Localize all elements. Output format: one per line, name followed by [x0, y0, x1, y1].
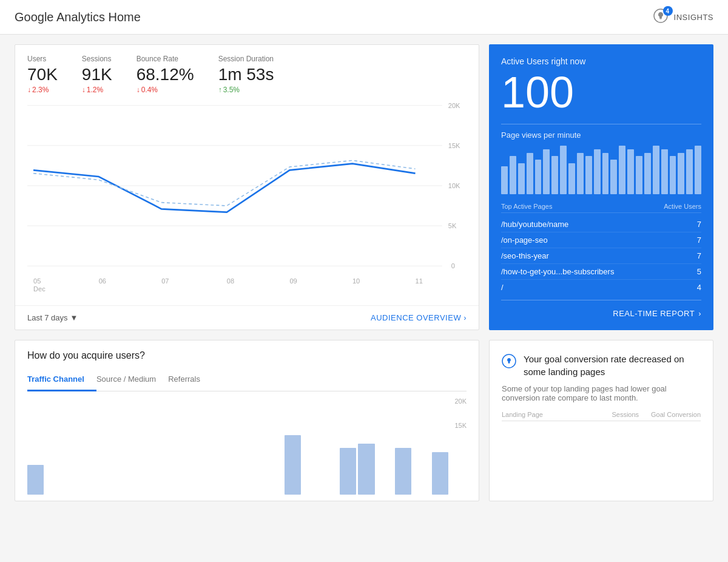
tab-traffic-channel[interactable]: Traffic Channel [27, 368, 96, 391]
insights-button[interactable]: 4 INSIGHTS [653, 8, 713, 25]
page-view-bar [535, 160, 542, 194]
acquire-chart-area: 20K 15K [15, 391, 479, 501]
page-view-bar [619, 146, 625, 194]
svg-rect-1 [659, 18, 662, 19]
card-footer: Last 7 days ▼ AUDIENCE OVERVIEW › [15, 305, 479, 330]
date-range-selector[interactable]: Last 7 days ▼ [27, 313, 78, 322]
page-views-bar-chart [501, 146, 701, 194]
active-divider [501, 124, 701, 124]
top-page-path: /seo-this-year [501, 251, 549, 260]
audience-overview-label: AUDIENCE OVERVIEW [371, 313, 461, 322]
svg-text:20K: 20K [448, 101, 460, 109]
main-content: Users 70K ↓ 2.3% Sessions 91K ↓ 1.2% [0, 35, 728, 511]
top-page-users: 7 [697, 220, 701, 229]
insight-col-sessions: Sessions [612, 411, 639, 418]
insights-badge: 4 [663, 6, 673, 16]
page-view-bar [636, 156, 642, 194]
top-page-row: /hub/youtube/name7 [501, 217, 701, 232]
audience-overview-arrow-icon: › [463, 313, 467, 322]
active-users-count: 100 [501, 69, 701, 117]
tab-referrals[interactable]: Referrals [168, 368, 212, 391]
acquire-title: How do you acquire users? [27, 350, 467, 361]
insight-table-header: Landing Page Sessions Goal Conversion [502, 411, 701, 421]
top-page-row: /4 [501, 280, 701, 295]
bounce-value: 68.12% [136, 66, 194, 84]
insight-title: Your goal conversion rate decreased on s… [524, 353, 701, 378]
top-pages-header: Top Active Pages Active Users [501, 203, 701, 213]
acquire-bar [432, 452, 448, 495]
bounce-arrow: ↓ [136, 86, 140, 94]
tabs: Traffic Channel Source / Medium Referral… [27, 368, 467, 391]
page-view-bar [661, 149, 668, 194]
page-view-bar [686, 149, 693, 194]
page-view-bar [695, 146, 701, 194]
top-page-users: 7 [697, 251, 701, 260]
page-view-bar [602, 153, 609, 195]
audience-overview-link[interactable]: AUDIENCE OVERVIEW › [371, 313, 467, 322]
top-pages-left-header: Top Active Pages [501, 203, 552, 210]
users-change-value: 2.3% [32, 86, 49, 94]
page-view-bar [527, 153, 533, 195]
svg-text:05: 05 [33, 277, 41, 285]
page-view-bar [610, 160, 617, 194]
page-view-bar [644, 153, 651, 195]
page-view-bar [627, 149, 634, 194]
line-chart-area: 20K 15K 10K 5K 0 05 Dec 06 07 08 09 [15, 99, 479, 305]
top-page-row: /how-to-get-you...be-subscribers5 [501, 264, 701, 280]
top-page-row: /on-page-seo7 [501, 232, 701, 248]
page-view-bar [551, 156, 558, 194]
tab-source-medium[interactable]: Source / Medium [96, 368, 168, 391]
top-row: Users 70K ↓ 2.3% Sessions 91K ↓ 1.2% [15, 44, 713, 330]
svg-rect-22 [508, 362, 510, 363]
insight-col-landing: Landing Page [502, 411, 543, 418]
acquire-bar [358, 444, 374, 495]
acquire-bar [285, 435, 301, 495]
top-pages-list: /hub/youtube/name7/on-page-seo7/seo-this… [501, 217, 701, 295]
real-time-report-link[interactable]: REAL-TIME REPORT › [501, 300, 701, 318]
page-view-bar [577, 153, 584, 195]
acquire-header: How do you acquire users? Traffic Channe… [15, 340, 479, 391]
metrics-row: Users 70K ↓ 2.3% Sessions 91K ↓ 1.2% [27, 55, 467, 94]
svg-text:10: 10 [352, 277, 360, 285]
top-page-users: 7 [697, 235, 701, 245]
insight-col-goal: Goal Conversion [651, 411, 701, 418]
bounce-change: ↓ 0.4% [136, 86, 194, 94]
duration-change-value: 3.5% [223, 86, 240, 94]
svg-text:Dec: Dec [33, 285, 46, 292]
bounce-label: Bounce Rate [136, 55, 194, 63]
svg-text:5K: 5K [448, 222, 457, 229]
users-arrow: ↓ [27, 86, 31, 94]
metrics-top: Users 70K ↓ 2.3% Sessions 91K ↓ 1.2% [15, 45, 479, 99]
acquire-bar [395, 448, 411, 495]
svg-text:10K: 10K [448, 182, 460, 189]
svg-text:15K: 15K [448, 142, 460, 149]
page-title: Google Analytics Home [15, 10, 141, 24]
duration-change: ↑ 3.5% [218, 86, 274, 94]
page-view-bar [594, 149, 601, 194]
page-view-bar [543, 149, 550, 194]
page-view-bar [568, 163, 575, 194]
bottom-row: How do you acquire users? Traffic Channe… [15, 340, 713, 501]
top-page-row: /seo-this-year7 [501, 248, 701, 264]
page-view-bar [585, 156, 592, 194]
metric-session-duration: Session Duration 1m 53s ↑ 3.5% [218, 55, 274, 94]
acquire-card: How do you acquire users? Traffic Channe… [15, 340, 479, 501]
top-pages-right-header: Active Users [664, 203, 701, 210]
page-view-bar [678, 153, 684, 195]
page-views-label: Page views per minute [501, 130, 701, 140]
svg-rect-23 [508, 363, 510, 364]
sessions-value: 91K [82, 66, 112, 84]
page-view-bar [653, 146, 659, 194]
real-time-arrow-icon: › [698, 309, 701, 318]
duration-label: Session Duration [218, 55, 274, 63]
line-chart-svg: 20K 15K 10K 5K 0 05 Dec 06 07 08 09 [27, 99, 467, 293]
page-header: Google Analytics Home 4 INSIGHTS [0, 0, 728, 35]
date-range-label: Last 7 days [27, 313, 68, 322]
acquire-y-label-20k: 20K [454, 398, 467, 405]
sessions-change-value: 1.2% [87, 86, 103, 94]
top-page-path: /hub/youtube/name [501, 220, 568, 229]
duration-value: 1m 53s [218, 66, 274, 84]
metric-bounce-rate: Bounce Rate 68.12% ↓ 0.4% [136, 55, 194, 94]
svg-text:09: 09 [289, 277, 297, 285]
top-page-users: 4 [697, 283, 701, 292]
